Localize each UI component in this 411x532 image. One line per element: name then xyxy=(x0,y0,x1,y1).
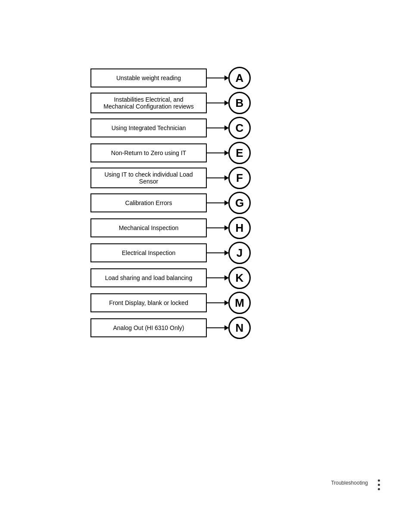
diagram-row: Front Display, blank or lockedM xyxy=(90,292,251,314)
circle-m: M xyxy=(228,292,251,314)
diagram-row: Non-Return to Zero using ITE xyxy=(90,142,251,164)
arrow-h xyxy=(207,227,228,228)
circle-f: F xyxy=(228,167,251,189)
circle-c: C xyxy=(228,117,251,139)
diagram-row: Using IT to check individual LoadSensorF xyxy=(90,167,251,189)
arrow-j xyxy=(207,252,228,253)
diagram-box-m: Front Display, blank or locked xyxy=(90,293,207,312)
diagram-row: Unstable weight readingA xyxy=(90,67,251,89)
dot-1 xyxy=(378,479,380,482)
dot-3 xyxy=(378,488,380,490)
arrow-g xyxy=(207,202,228,203)
diagram-box-h: Mechanical Inspection xyxy=(90,218,207,237)
diagram-row: Using Integrated TechnicianC xyxy=(90,117,251,139)
diagram-box-a: Unstable weight reading xyxy=(90,68,207,87)
diagram-box-k: Load sharing and load balancing xyxy=(90,268,207,287)
diagram-row: Electrical InspectionJ xyxy=(90,242,251,264)
circle-e: E xyxy=(228,142,251,164)
circle-k: K xyxy=(228,267,251,289)
diagram-row: Analog Out (HI 6310 Only)N xyxy=(90,317,251,339)
arrow-b xyxy=(207,103,228,103)
circle-j: J xyxy=(228,242,251,264)
diagram-row: Mechanical InspectionH xyxy=(90,217,251,239)
diagram-box-f: Using IT to check individual LoadSensor xyxy=(90,168,207,188)
diagram-row: Calibration ErrorsG xyxy=(90,192,251,214)
diagram-box-c: Using Integrated Technician xyxy=(90,118,207,137)
diagram-container: Unstable weight readingAInstabilities El… xyxy=(90,67,251,342)
dot-2 xyxy=(378,484,380,486)
arrow-n xyxy=(207,327,228,328)
diagram-row: Load sharing and load balancingK xyxy=(90,267,251,289)
diagram-box-n: Analog Out (HI 6310 Only) xyxy=(90,318,207,337)
arrow-c xyxy=(207,128,228,128)
circle-n: N xyxy=(228,317,251,339)
arrow-k xyxy=(207,277,228,278)
diagram-row: Instabilities Electrical, andMechanical … xyxy=(90,92,251,114)
circle-b: B xyxy=(228,92,251,114)
diagram-box-b: Instabilities Electrical, andMechanical … xyxy=(90,93,207,113)
diagram-box-e: Non-Return to Zero using IT xyxy=(90,143,207,162)
circle-a: A xyxy=(228,67,251,89)
diagram-box-g: Calibration Errors xyxy=(90,193,207,212)
arrow-e xyxy=(207,152,228,153)
circle-g: G xyxy=(228,192,251,214)
diagram-box-j: Electrical Inspection xyxy=(90,243,207,262)
circle-h: H xyxy=(228,217,251,239)
arrow-a xyxy=(207,78,228,78)
dots-menu[interactable] xyxy=(378,479,380,490)
arrow-m xyxy=(207,302,228,303)
arrow-f xyxy=(207,177,228,178)
footer-label: Troubleshooting xyxy=(331,480,368,486)
